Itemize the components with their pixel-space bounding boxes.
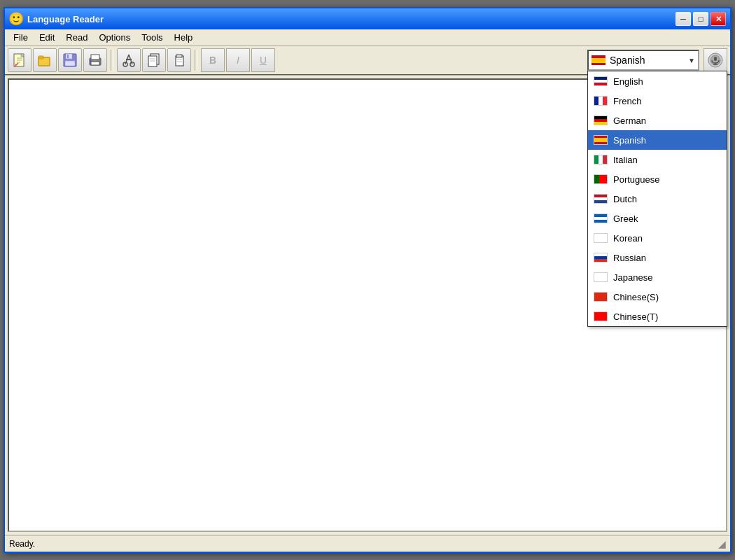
flag-nl-icon bbox=[594, 194, 608, 204]
language-option-french[interactable]: French bbox=[588, 91, 727, 111]
titlebar-title: Language Reader bbox=[27, 14, 671, 24]
flag-ru-icon bbox=[594, 253, 608, 262]
toolbar: B I U Spanish ▼ EnglishFrenchGermanSpani… bbox=[5, 46, 730, 76]
speaker-button[interactable] bbox=[704, 48, 727, 72]
language-option-spanish[interactable]: Spanish bbox=[588, 130, 727, 150]
cut-button[interactable] bbox=[117, 48, 141, 72]
flag-jp-icon bbox=[594, 272, 608, 282]
language-label: Russian bbox=[613, 253, 646, 263]
language-option-greek[interactable]: Greek bbox=[588, 209, 727, 228]
separator-1 bbox=[111, 50, 113, 71]
flag-gr-icon bbox=[594, 214, 608, 223]
language-label: Italian bbox=[613, 155, 638, 165]
svg-rect-12 bbox=[67, 55, 69, 58]
app-window: 🙂 Language Reader ─ □ ✕ File Edit Read O… bbox=[4, 7, 732, 553]
selected-language-label: Spanish bbox=[610, 55, 645, 66]
flag-it-icon bbox=[594, 155, 608, 164]
language-label: Chinese(S) bbox=[613, 292, 659, 302]
svg-rect-15 bbox=[91, 62, 99, 65]
dropdown-arrow-icon: ▼ bbox=[688, 57, 695, 64]
underline-button[interactable]: U bbox=[251, 48, 275, 72]
selected-flag-icon bbox=[592, 55, 606, 65]
close-button[interactable]: ✕ bbox=[710, 12, 726, 26]
language-dropdown[interactable]: Spanish ▼ bbox=[587, 50, 699, 71]
menu-read[interactable]: Read bbox=[60, 31, 93, 44]
print-button[interactable] bbox=[83, 48, 107, 72]
svg-rect-32 bbox=[714, 57, 717, 61]
menubar: File Edit Read Options Tools Help bbox=[5, 29, 730, 46]
flag-tw-icon bbox=[594, 312, 608, 321]
menu-tools[interactable]: Tools bbox=[136, 31, 168, 44]
language-option-chinese_t[interactable]: Chinese(T) bbox=[588, 307, 727, 326]
language-option-japanese[interactable]: Japanese bbox=[588, 267, 727, 287]
svg-rect-10 bbox=[66, 54, 72, 59]
language-option-english[interactable]: English bbox=[588, 71, 727, 91]
language-option-russian[interactable]: Russian bbox=[588, 248, 727, 267]
menu-file[interactable]: File bbox=[8, 31, 34, 44]
svg-rect-14 bbox=[91, 55, 99, 59]
svg-rect-23 bbox=[148, 56, 157, 66]
menu-options[interactable]: Options bbox=[93, 31, 136, 44]
language-option-chinese_s[interactable]: Chinese(S) bbox=[588, 287, 727, 307]
language-dropdown-container: Spanish ▼ EnglishFrenchGermanSpanishItal… bbox=[587, 50, 699, 71]
status-text: Ready. bbox=[9, 539, 715, 549]
language-label: Portuguese bbox=[613, 174, 660, 185]
language-label: Japanese bbox=[613, 272, 652, 283]
language-label: Spanish bbox=[613, 135, 646, 146]
maximize-button[interactable]: □ bbox=[693, 12, 708, 26]
menu-help[interactable]: Help bbox=[169, 31, 199, 44]
language-label: Dutch bbox=[613, 194, 637, 204]
language-label: Chinese(T) bbox=[613, 312, 658, 322]
language-option-dutch[interactable]: Dutch bbox=[588, 189, 727, 209]
open-button[interactable] bbox=[33, 48, 57, 72]
svg-rect-27 bbox=[176, 55, 182, 57]
flag-kr-icon bbox=[594, 233, 608, 243]
language-list: EnglishFrenchGermanSpanishItalianPortugu… bbox=[587, 71, 727, 327]
statusbar: Ready. ◢ bbox=[5, 535, 730, 552]
italic-button[interactable]: I bbox=[226, 48, 250, 72]
app-icon: 🙂 bbox=[9, 12, 23, 26]
flag-pt-icon bbox=[594, 174, 608, 184]
separator-2 bbox=[195, 50, 197, 71]
minimize-button[interactable]: ─ bbox=[676, 12, 691, 26]
copy-button[interactable] bbox=[142, 48, 166, 72]
flag-de-icon bbox=[594, 115, 608, 125]
language-label: Korean bbox=[613, 233, 643, 244]
flag-es-icon bbox=[594, 135, 608, 145]
language-label: French bbox=[613, 96, 641, 106]
flag-en-icon bbox=[594, 76, 608, 86]
resize-grip-icon: ◢ bbox=[718, 538, 726, 550]
svg-rect-11 bbox=[65, 61, 75, 66]
language-option-portuguese[interactable]: Portuguese bbox=[588, 169, 727, 189]
bold-button[interactable]: B bbox=[201, 48, 225, 72]
new-button[interactable] bbox=[8, 48, 31, 72]
language-label: German bbox=[613, 115, 646, 126]
language-option-korean[interactable]: Korean bbox=[588, 228, 727, 248]
language-label: Greek bbox=[613, 214, 638, 224]
language-option-italian[interactable]: Italian bbox=[588, 150, 727, 169]
paste-button[interactable] bbox=[167, 48, 191, 72]
window-controls: ─ □ ✕ bbox=[676, 12, 726, 26]
titlebar: 🙂 Language Reader ─ □ ✕ bbox=[5, 8, 730, 29]
flag-fr-icon bbox=[594, 96, 608, 106]
flag-cn-icon bbox=[594, 292, 608, 302]
language-label: English bbox=[613, 76, 643, 87]
svg-rect-16 bbox=[90, 60, 91, 62]
menu-edit[interactable]: Edit bbox=[34, 31, 60, 44]
save-button[interactable] bbox=[58, 48, 82, 72]
language-option-german[interactable]: German bbox=[588, 111, 727, 130]
